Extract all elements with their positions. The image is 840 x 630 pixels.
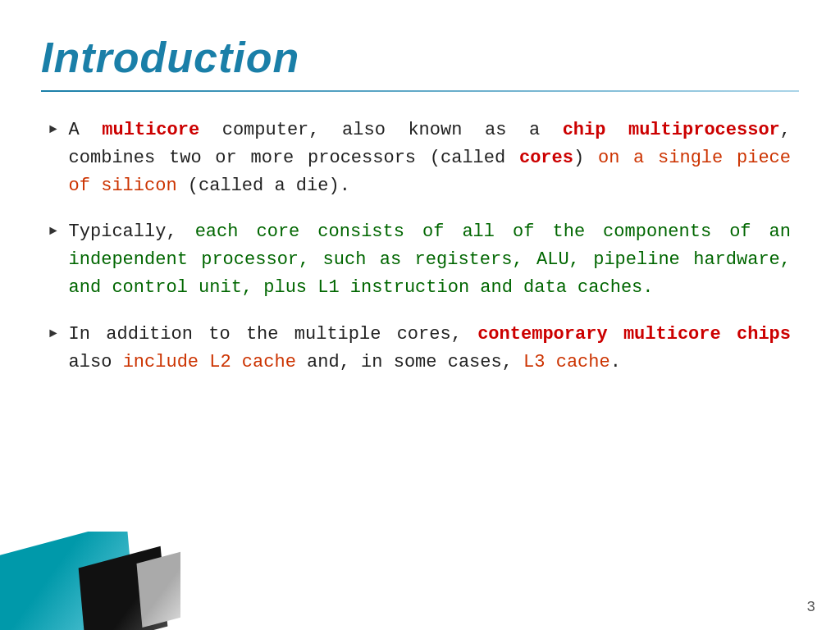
text-contemporary-multicore: contemporary multicore chips xyxy=(477,324,791,345)
bullet-item-3: ► In addition to the multiple cores, con… xyxy=(49,321,791,377)
text-chip-multiprocessor: chip multiprocessor xyxy=(563,120,780,140)
bullet-arrow-1: ► xyxy=(49,120,57,140)
text-cores: cores xyxy=(519,148,573,168)
bullet-arrow-2: ► xyxy=(49,221,57,242)
text-include-l2: include L2 cache xyxy=(123,352,296,372)
bullet-text-2: Typically, each core consists of all of … xyxy=(69,218,791,302)
text-each-core: each core consists of all of the compone… xyxy=(69,221,791,298)
bullet-text-1: A multicore computer, also known as a ch… xyxy=(69,116,791,200)
text-multicore: multicore xyxy=(102,120,199,140)
title-divider xyxy=(41,90,799,92)
bullet-arrow-3: ► xyxy=(49,324,57,345)
slide-title: Introduction xyxy=(41,33,799,82)
slide-content: ► A multicore computer, also known as a … xyxy=(41,116,799,377)
text-l3-cache: L3 cache xyxy=(523,352,610,372)
text-on-silicon: on a single piece of silicon xyxy=(69,148,791,196)
bullet-text-3: In addition to the multiple cores, conte… xyxy=(69,321,791,377)
page-number: 3 xyxy=(806,599,815,615)
slide: Introduction ► A multicore computer, als… xyxy=(0,0,840,630)
bottom-decoration xyxy=(0,532,180,630)
bullet-item-1: ► A multicore computer, also known as a … xyxy=(49,116,791,200)
deco-gray xyxy=(137,550,180,628)
bullet-item-2: ► Typically, each core consists of all o… xyxy=(49,218,791,302)
